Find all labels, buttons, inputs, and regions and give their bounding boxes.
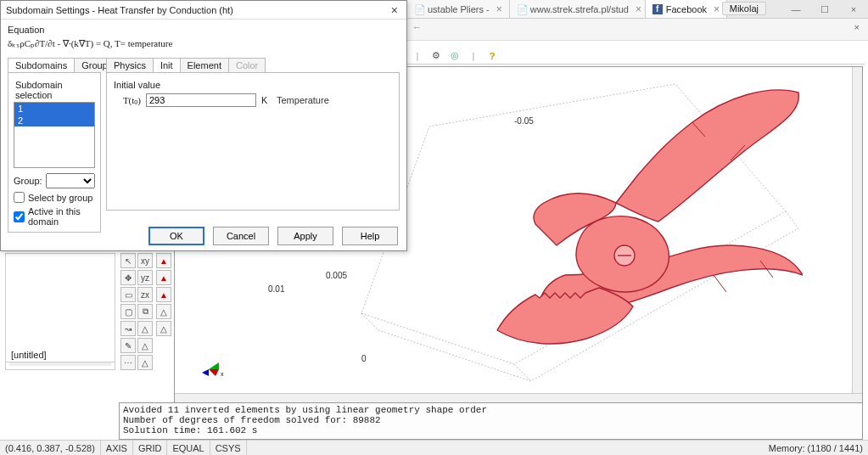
facebook-icon: f — [652, 4, 663, 14]
outline-warn2-icon[interactable]: △ — [156, 321, 171, 336]
status-bar: (0.416, 0.387, -0.528) AXIS GRID EQUAL C… — [0, 440, 868, 455]
dialog-title: Subdomain Settings - Heat Transfer by Co… — [6, 5, 233, 15]
svg-text:x: x — [221, 371, 224, 377]
zoom-box-icon[interactable]: ▭ — [120, 287, 136, 302]
tab-label: www.strek.strefa.pl/stud — [530, 4, 629, 14]
list-item[interactable]: 1 — [14, 103, 94, 115]
page-icon: 📄 — [414, 4, 424, 14]
select-by-group-checkbox[interactable] — [14, 192, 25, 203]
list-item[interactable]: 2 — [14, 115, 94, 126]
tab-strek[interactable]: 📄 www.strek.strefa.pl/stud × — [510, 0, 646, 18]
tab-physics[interactable]: Physics — [106, 58, 154, 72]
status-grid[interactable]: GRID — [133, 441, 168, 455]
solid-warn2-icon[interactable]: ▲ — [156, 270, 171, 285]
subdomain-selection-label: Subdomain selection — [15, 80, 95, 100]
tab-label: ustable Pliers - — [428, 4, 490, 14]
right-tabs: Physics Init Element Color — [106, 58, 400, 72]
outline-warn-icon[interactable]: △ — [156, 304, 171, 319]
cursor-icon[interactable]: ↖ — [120, 253, 136, 268]
dialog-titlebar[interactable]: Subdomain Settings - Heat Transfer by Co… — [1, 1, 406, 20]
yz-plane-icon[interactable]: yz — [137, 270, 153, 285]
xy-plane-icon[interactable]: xy — [137, 253, 153, 268]
group-select[interactable] — [46, 173, 95, 188]
tab-facebook[interactable]: f Facebook × — [646, 0, 727, 18]
ok-button[interactable]: OK — [148, 227, 204, 245]
cancel-button[interactable]: Cancel — [213, 227, 269, 245]
user-chip[interactable]: Mikolaj — [722, 2, 766, 15]
solid-warn-icon[interactable]: ▲ — [156, 253, 171, 268]
left-tabs: Subdomains Groups — [8, 58, 101, 72]
svg-marker-3 — [209, 369, 219, 376]
active-in-domain-label: Active in this domain — [28, 206, 95, 227]
draw-icon[interactable]: ✎ — [120, 338, 136, 353]
svg-marker-2 — [209, 362, 219, 369]
maximize-button[interactable]: ☐ — [810, 0, 839, 19]
initial-value-label: Initial value — [114, 80, 394, 90]
status-csys[interactable]: CSYS — [210, 441, 247, 455]
window-controls: — ☐ × — [781, 0, 868, 19]
pan-icon[interactable]: ✥ — [120, 270, 136, 285]
app-toolbar — [407, 48, 865, 65]
log-panel[interactable]: Avoided 11 inverted elements by using li… — [119, 402, 863, 440]
active-in-domain-checkbox[interactable] — [14, 211, 25, 222]
browser-toolbar: ← × — [407, 19, 868, 41]
scrollbar-vertical[interactable] — [852, 67, 863, 403]
tab-subdomains[interactable]: Subdomains — [8, 58, 75, 72]
equation-text: δₖₛρCₚ∂T/∂t - ∇·(k∇T) = Q, T= temperatur… — [8, 38, 400, 49]
gear-icon[interactable] — [429, 49, 443, 63]
back-icon[interactable]: ← — [412, 22, 422, 32]
apply-button[interactable]: Apply — [277, 227, 333, 245]
tool-palette-a: ↖ ✥ ▭ ▢ ↝ ✎ ⋯ — [120, 253, 136, 370]
target-icon[interactable] — [448, 49, 462, 63]
help-icon[interactable] — [485, 49, 499, 63]
T-label: T(t₀) — [112, 95, 141, 106]
tool-palette-c: ▲ ▲ ▲ △ △ — [156, 253, 171, 336]
close-icon[interactable]: × — [854, 22, 860, 32]
subdomain-settings-dialog: Subdomain Settings - Heat Transfer by Co… — [0, 0, 407, 251]
T-desc: Temperature — [277, 95, 329, 105]
tab-label: Facebook — [666, 4, 707, 14]
T-input[interactable] — [146, 93, 256, 107]
status-coords: (0.416, 0.387, -0.528) — [0, 441, 101, 455]
warn3-icon[interactable]: △ — [137, 355, 153, 370]
minimize-button[interactable]: — — [781, 0, 810, 19]
subdomain-listbox[interactable]: 1 2 — [14, 102, 95, 168]
iso-view-icon[interactable]: ⧉ — [137, 304, 153, 319]
status-equal[interactable]: EQUAL — [167, 441, 210, 455]
separator — [411, 49, 424, 63]
close-button[interactable]: × — [839, 0, 868, 19]
warn-icon[interactable]: △ — [137, 321, 153, 336]
help-button[interactable]: Help — [342, 227, 398, 245]
tab-init[interactable]: Init — [153, 58, 181, 72]
equation-label: Equation — [8, 25, 400, 35]
select-by-group-label: Select by group — [28, 193, 92, 203]
more-icon[interactable]: ⋯ — [120, 355, 136, 370]
tool-palette-b: xy yz zx ⧉ △ △ △ — [137, 253, 154, 370]
axis-tick: 0.01 — [268, 284, 284, 294]
select-icon[interactable]: ▢ — [120, 304, 136, 319]
close-icon[interactable]: × — [714, 3, 720, 15]
status-axis[interactable]: AXIS — [101, 441, 133, 455]
tab-color: Color — [228, 58, 266, 72]
solid-warn3-icon[interactable]: ▲ — [156, 287, 171, 302]
close-icon[interactable]: × — [496, 3, 502, 15]
curve-icon[interactable]: ↝ — [120, 321, 136, 336]
status-memory: Memory: (1180 / 1441) — [764, 441, 868, 455]
zx-plane-icon[interactable]: zx — [137, 287, 153, 302]
page-icon: 📄 — [517, 4, 527, 14]
tab-element[interactable]: Element — [180, 58, 229, 72]
group-label: Group: — [14, 176, 42, 186]
model-tree-tab[interactable]: [untitled] — [5, 348, 115, 362]
tab-pliers[interactable]: 📄 ustable Pliers - × — [407, 0, 510, 18]
axis-triad-icon: x — [200, 352, 234, 378]
separator — [467, 49, 480, 63]
svg-marker-4 — [202, 369, 209, 376]
warn2-icon[interactable]: △ — [137, 338, 153, 353]
close-icon[interactable]: × — [636, 3, 641, 15]
T-unit: K — [261, 95, 272, 105]
close-icon[interactable]: × — [388, 3, 401, 17]
